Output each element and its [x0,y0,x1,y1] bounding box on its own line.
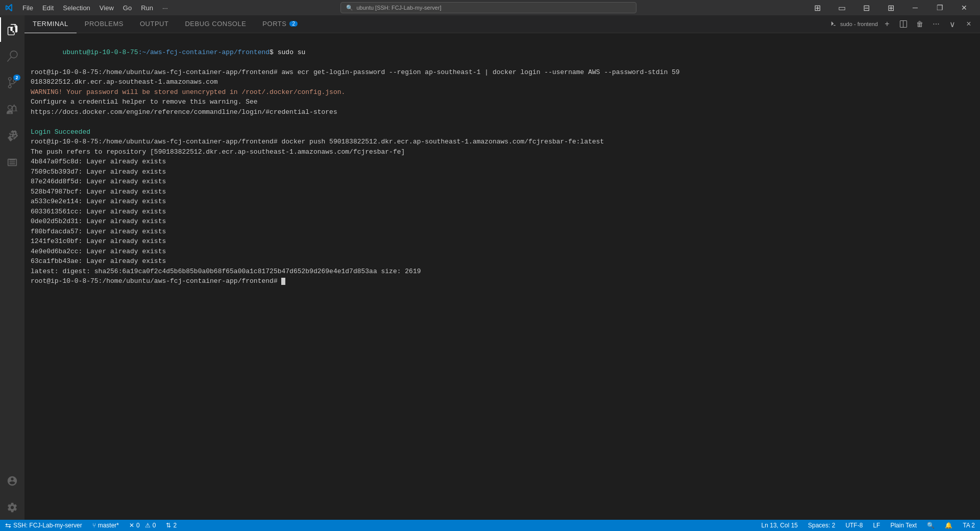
activity-bar: 2 [0,15,24,520]
sync-count: 2 [173,522,177,529]
terminal-line-5: Configure a credential helper to remove … [31,97,974,107]
status-bar: ⇆ SSH: FCJ-Lab-my-server ⑂ master* ✕ 0 ⚠… [0,520,980,531]
status-branch[interactable]: ⑂ master* [87,520,124,531]
activity-run-debug[interactable] [0,97,24,122]
terminal-line-1: ubuntu@ip-10-0-8-75:~/aws-fcj-container-… [31,37,974,67]
menu-go[interactable]: Go [119,3,136,13]
title-bar: File Edit Selection View Go Run ··· 🔍 ub… [0,0,980,15]
minimize-button[interactable]: ─ [903,0,927,15]
layout-options-button[interactable]: ⊟ [854,0,878,15]
terminal-header-actions: sudo - frontend + 🗑 ··· ∨ × [831,17,980,31]
layout-grid-button[interactable]: ⊞ [879,0,902,15]
main-layout: 2 [0,15,980,520]
terminal-line-push-repo: The push refers to repository [590183822… [31,147,974,157]
instance-label: sudo - frontend [840,21,878,27]
tab-output[interactable]: OUTPUT [132,15,177,33]
activity-remote-explorer[interactable] [0,150,24,175]
status-errors[interactable]: ✕ 0 ⚠ 0 [124,520,161,531]
status-encoding[interactable]: UTF-8 [840,520,868,531]
tab-terminal[interactable]: TERMINAL [24,15,77,33]
terminal-line-2: root@ip-10-0-8-75:/home/ubuntu/aws-fcj-c… [31,67,974,78]
tab-ports[interactable]: PORTS 2 [254,15,306,33]
terminal-line-layer-2: 7509c5b393d7: Layer already exists [31,167,974,177]
warning-icon: ⚠ [145,522,151,529]
search-text: ubuntu [SSH: FCJ-Lab-my-server] [356,5,441,11]
add-terminal-button[interactable]: + [880,17,894,31]
status-remote[interactable]: ⇆ SSH: FCJ-Lab-my-server [0,520,87,531]
close-terminal-button[interactable]: × [962,17,976,31]
cursor-position: Ln 13, Col 15 [762,522,798,529]
terminal-line-digest: latest: digest: sha256:6a19ca0f2c4d5b6b8… [31,267,974,277]
terminal-line-layer-4: 528b47987bcf: Layer already exists [31,187,974,197]
status-language[interactable]: Plain Text [885,520,922,531]
line-ending-label: LF [873,522,880,529]
split-icon [899,20,908,28]
status-ta[interactable]: TA 2 [958,520,980,531]
terminal-line-layer-6: 6033613561cc: Layer already exists [31,207,974,217]
activity-settings[interactable] [0,495,24,520]
menu-edit[interactable]: Edit [38,3,58,13]
close-button[interactable]: ✕ [952,0,976,15]
menu-view[interactable]: View [95,3,118,13]
terminal-line-final: root@ip-10-0-8-75:/home/ubuntu/aws-fcj-c… [31,276,974,286]
ta-label: TA 2 [963,522,975,529]
terminal-line-3: 0183822512.dkr.ecr.ap-southeast-1.amazon… [31,77,974,87]
error-icon: ✕ [129,522,134,529]
terminal-content[interactable]: ubuntu@ip-10-0-8-75:~/aws-fcj-container-… [24,33,980,520]
terminal-line-layer-3: 87e246dd8f5d: Layer already exists [31,177,974,187]
encoding-label: UTF-8 [845,522,863,529]
layout-button[interactable]: ⊞ [805,0,829,15]
restore-button[interactable]: ❐ [928,0,951,15]
terminal-line-empty [31,117,974,127]
terminal-line-layer-8: f80bfdacda57: Layer already exists [31,227,974,237]
more-terminal-button[interactable]: ··· [929,17,943,31]
search-icon: 🔍 [346,5,353,11]
activity-search[interactable] [0,44,24,68]
menu-file[interactable]: File [18,3,37,13]
terminal-panel: TERMINAL PROBLEMS OUTPUT DEBUG CONSOLE P… [24,15,980,520]
search-status-icon: 🔍 [927,522,935,529]
menu-run[interactable]: Run [137,3,157,13]
activity-account[interactable] [0,469,24,493]
terminal-line-layer-1: 4b847a0f5c8d: Layer already exists [31,157,974,167]
terminal-line-push: root@ip-10-0-8-75:/home/ubuntu/aws-fcj-c… [31,137,974,147]
window-controls: ⊞ ▭ ⊟ ⊞ ─ ❐ ✕ [805,0,976,15]
layout-split-button[interactable]: ▭ [830,0,853,15]
status-bar-right: Ln 13, Col 15 Spaces: 2 UTF-8 LF Plain T… [756,520,980,531]
collapse-terminal-button[interactable]: ∨ [945,17,960,31]
sync-icon: ⇅ [166,522,171,529]
terminal-line-layer-9: 1241fe31c0bf: Layer already exists [31,236,974,247]
tab-debug-console[interactable]: DEBUG CONSOLE [177,15,254,33]
status-notification[interactable]: 🔔 [940,520,958,531]
terminal-line-layer-7: 0de02d5b2d31: Layer already exists [31,216,974,227]
menu-more[interactable]: ··· [158,3,172,13]
terminal-line-login: Login Succeeded [31,127,974,137]
split-terminal-button[interactable] [896,17,911,31]
menu-selection[interactable]: Selection [59,3,94,13]
branch-icon: ⑂ [92,522,96,529]
status-spaces[interactable]: Spaces: 2 [803,520,840,531]
ports-badge: 2 [289,21,298,27]
search-box[interactable]: 🔍 ubuntu [SSH: FCJ-Lab-my-server] [340,2,636,13]
activity-source-control[interactable]: 2 [0,70,24,95]
status-sync[interactable]: ⇅ 2 [161,520,182,531]
terminal-line-layer-11: 63ca1fbb43ae: Layer already exists [31,256,974,267]
activity-explorer[interactable] [0,17,24,42]
title-search-area: 🔍 ubuntu [SSH: FCJ-Lab-my-server] [176,2,801,13]
status-line-ending[interactable]: LF [868,520,885,531]
tab-problems[interactable]: PROBLEMS [77,15,132,33]
language-label: Plain Text [890,522,917,529]
terminal-line-layer-5: a533c9e2e114: Layer already exists [31,197,974,207]
delete-terminal-button[interactable]: 🗑 [913,17,927,31]
status-search[interactable]: 🔍 [922,520,940,531]
notification-icon: 🔔 [945,522,952,529]
status-cursor[interactable]: Ln 13, Col 15 [756,520,803,531]
app-icon [4,3,14,13]
terminal-icon [831,20,838,28]
terminal-line-4: WARNING! Your password will be stored un… [31,87,974,98]
warning-count: 0 [153,522,156,529]
spaces-label: Spaces: 2 [808,522,835,529]
remote-label: SSH: FCJ-Lab-my-server [13,522,82,529]
title-menu: File Edit Selection View Go Run ··· [18,3,172,13]
activity-extensions[interactable] [0,124,24,148]
